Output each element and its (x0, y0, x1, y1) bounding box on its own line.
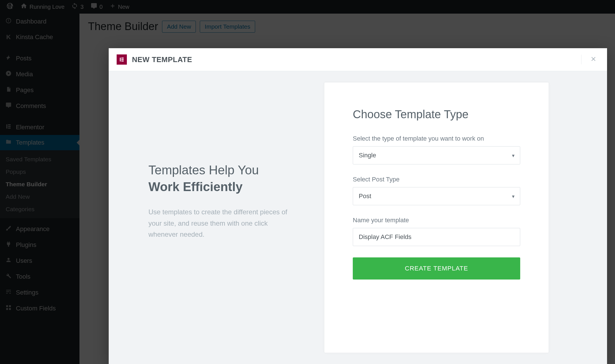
elementor-logo-icon (117, 54, 127, 65)
modal-body: Templates Help You Work Efficiently Use … (109, 71, 607, 364)
form-title: Choose Template Type (353, 108, 520, 121)
modal-info-panel: Templates Help You Work Efficiently Use … (148, 82, 296, 353)
info-headline-2: Work Efficiently (148, 180, 296, 194)
svg-rect-11 (121, 61, 124, 62)
post-type-label: Select Post Type (353, 176, 520, 183)
close-button[interactable] (581, 55, 599, 64)
new-template-modal: NEW TEMPLATE Templates Help You Work Eff… (109, 48, 607, 364)
modal-header: NEW TEMPLATE (109, 48, 607, 71)
svg-rect-8 (120, 58, 121, 62)
post-type-select[interactable]: Post (353, 187, 520, 205)
template-form-panel: Choose Template Type Select the type of … (324, 82, 549, 353)
modal-title: NEW TEMPLATE (132, 55, 192, 64)
close-icon (590, 55, 597, 64)
info-description: Use templates to create the different pi… (148, 206, 296, 240)
create-template-button[interactable]: CREATE TEMPLATE (353, 257, 520, 280)
template-name-input[interactable] (353, 228, 520, 246)
template-type-select[interactable]: Single (353, 146, 520, 164)
template-name-label: Name your template (353, 217, 520, 224)
svg-rect-10 (121, 59, 124, 60)
info-headline-1: Templates Help You (148, 162, 296, 178)
template-type-label: Select the type of template you want to … (353, 135, 520, 142)
svg-rect-9 (121, 58, 124, 58)
